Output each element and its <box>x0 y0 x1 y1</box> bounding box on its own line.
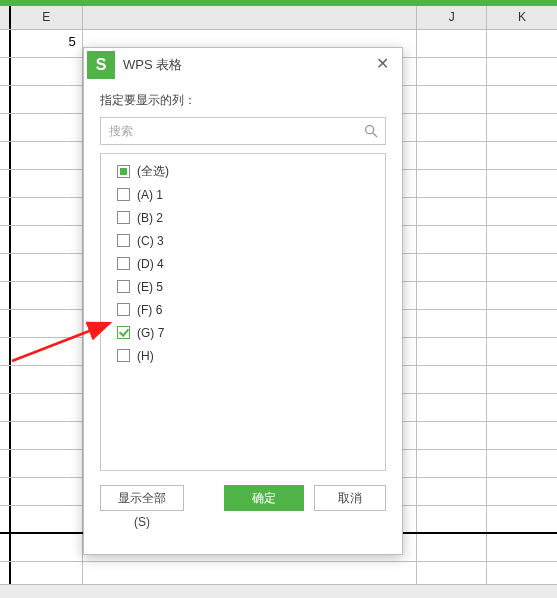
cell[interactable] <box>487 422 557 449</box>
close-icon[interactable]: ✕ <box>370 53 394 77</box>
column-listbox[interactable]: (全选)(A) 1(B) 2(C) 3(D) 4(E) 5(F) 6(G) 7(… <box>100 153 386 471</box>
row-gutter <box>0 30 11 57</box>
cell[interactable] <box>487 254 557 281</box>
checkbox-label: (A) 1 <box>137 188 163 202</box>
cell[interactable] <box>487 30 557 57</box>
row-gutter <box>0 282 11 309</box>
cell[interactable] <box>417 142 487 169</box>
cell[interactable] <box>417 282 487 309</box>
cell[interactable] <box>11 282 83 309</box>
cell[interactable] <box>417 30 487 57</box>
column-item[interactable]: (F) 6 <box>109 298 377 321</box>
row-gutter <box>0 366 11 393</box>
cell[interactable] <box>11 254 83 281</box>
cell[interactable] <box>11 198 83 225</box>
checkbox-icon[interactable] <box>117 188 130 201</box>
cell[interactable] <box>417 478 487 505</box>
cell[interactable] <box>417 506 487 532</box>
checkbox-label: (E) 5 <box>137 280 163 294</box>
cell[interactable] <box>11 310 83 337</box>
cell[interactable] <box>417 114 487 141</box>
cell[interactable] <box>417 226 487 253</box>
cell[interactable] <box>11 394 83 421</box>
checkbox-icon[interactable] <box>117 326 130 339</box>
checkbox-icon[interactable] <box>117 165 130 178</box>
cell[interactable] <box>11 142 83 169</box>
cell[interactable] <box>417 534 487 561</box>
cell[interactable] <box>417 254 487 281</box>
cell[interactable] <box>417 366 487 393</box>
column-header-j[interactable]: J <box>417 6 487 29</box>
column-item[interactable]: (C) 3 <box>109 229 377 252</box>
cell[interactable] <box>11 170 83 197</box>
cell[interactable] <box>417 58 487 85</box>
column-header-k[interactable]: K <box>487 6 557 29</box>
cell[interactable] <box>487 310 557 337</box>
checkbox-icon[interactable] <box>117 303 130 316</box>
cell[interactable] <box>11 86 83 113</box>
row-gutter <box>0 58 11 85</box>
checkbox-icon[interactable] <box>117 234 130 247</box>
cell[interactable] <box>487 366 557 393</box>
checkbox-label: (F) 6 <box>137 303 162 317</box>
cell[interactable]: 5 <box>11 30 83 57</box>
column-item[interactable]: (H) <box>109 344 377 367</box>
cell[interactable] <box>487 394 557 421</box>
ok-button[interactable]: 确定 <box>224 485 304 511</box>
cell[interactable] <box>487 198 557 225</box>
cell[interactable] <box>11 534 83 561</box>
column-item[interactable]: (B) 2 <box>109 206 377 229</box>
cell[interactable] <box>11 58 83 85</box>
cell[interactable] <box>417 422 487 449</box>
column-item[interactable]: (A) 1 <box>109 183 377 206</box>
cell[interactable] <box>487 506 557 532</box>
show-all-button[interactable]: 显示全部(S) <box>100 485 184 511</box>
cell[interactable] <box>417 450 487 477</box>
cell[interactable] <box>417 310 487 337</box>
column-item[interactable]: (D) 4 <box>109 252 377 275</box>
cell[interactable] <box>487 478 557 505</box>
cell[interactable] <box>11 338 83 365</box>
cell[interactable] <box>487 226 557 253</box>
cell[interactable] <box>487 450 557 477</box>
search-input[interactable] <box>101 118 385 144</box>
cell[interactable] <box>11 506 83 532</box>
row-gutter <box>0 170 11 197</box>
cell[interactable] <box>417 338 487 365</box>
cell[interactable] <box>11 478 83 505</box>
cell[interactable] <box>417 86 487 113</box>
cell[interactable] <box>11 422 83 449</box>
cell[interactable] <box>11 114 83 141</box>
checkbox-icon[interactable] <box>117 257 130 270</box>
column-header-hidden-region[interactable] <box>83 6 418 29</box>
checkbox-icon[interactable] <box>117 280 130 293</box>
cell[interactable] <box>487 338 557 365</box>
dialog-titlebar[interactable]: S WPS 表格 ✕ <box>84 48 402 82</box>
column-item[interactable]: (G) 7 <box>109 321 377 344</box>
cell[interactable] <box>487 142 557 169</box>
checkbox-label: (全选) <box>137 163 169 180</box>
checkbox-label: (H) <box>137 349 154 363</box>
select-all-item[interactable]: (全选) <box>109 160 377 183</box>
row-gutter <box>0 310 11 337</box>
cell[interactable] <box>417 170 487 197</box>
cell[interactable] <box>487 114 557 141</box>
row-gutter <box>0 450 11 477</box>
checkbox-icon[interactable] <box>117 211 130 224</box>
bottom-strip <box>0 584 557 598</box>
cell[interactable] <box>11 226 83 253</box>
cell[interactable] <box>487 282 557 309</box>
column-header-e[interactable]: E <box>11 6 83 29</box>
column-item[interactable]: (E) 5 <box>109 275 377 298</box>
cell[interactable] <box>487 534 557 561</box>
cancel-button[interactable]: 取消 <box>314 485 386 511</box>
cell[interactable] <box>487 86 557 113</box>
rowheader-gutter <box>0 6 11 29</box>
cell[interactable] <box>487 170 557 197</box>
cell[interactable] <box>487 58 557 85</box>
cell[interactable] <box>417 394 487 421</box>
cell[interactable] <box>417 198 487 225</box>
cell[interactable] <box>11 366 83 393</box>
checkbox-icon[interactable] <box>117 349 130 362</box>
cell[interactable] <box>11 450 83 477</box>
